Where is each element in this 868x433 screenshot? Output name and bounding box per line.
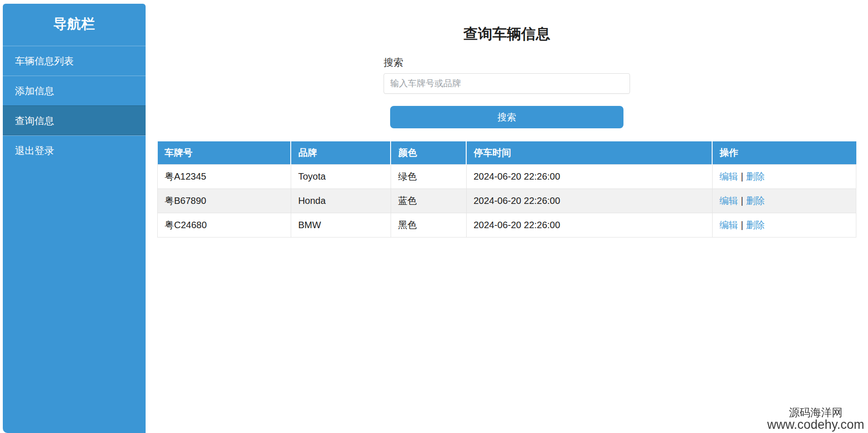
sidebar-title: 导航栏 — [3, 4, 146, 46]
sidebar-item-vehicle-list[interactable]: 车辆信息列表 — [3, 46, 146, 76]
page-title: 查询车辆信息 — [157, 24, 856, 44]
delete-link[interactable]: 删除 — [746, 196, 765, 206]
sidebar-item-query-info[interactable]: 查询信息 — [3, 105, 146, 135]
edit-link[interactable]: 编辑 — [720, 220, 738, 230]
search-form: 搜索 搜索 — [384, 56, 630, 128]
sidebar-item-logout[interactable]: 退出登录 — [3, 135, 146, 165]
table-row: 粤B67890 Honda 蓝色 2024-06-20 22:26:00 编辑|… — [158, 189, 856, 213]
cell-color: 黑色 — [391, 213, 466, 237]
vehicle-table: 车牌号 品牌 颜色 停车时间 操作 粤A12345 Toyota 绿色 2024… — [157, 141, 856, 237]
cell-brand: Toyota — [291, 165, 391, 189]
cell-color: 蓝色 — [391, 189, 466, 213]
watermark-site-name: 源码海洋网 — [767, 407, 864, 418]
edit-link[interactable]: 编辑 — [720, 196, 738, 206]
edit-link[interactable]: 编辑 — [720, 171, 738, 182]
cell-plate: 粤A12345 — [158, 165, 291, 189]
sidebar-item-add-info[interactable]: 添加信息 — [3, 76, 146, 105]
action-separator: | — [741, 196, 743, 206]
cell-time: 2024-06-20 22:26:00 — [466, 189, 712, 213]
search-button[interactable]: 搜索 — [390, 106, 623, 128]
cell-actions: 编辑|删除 — [712, 165, 856, 189]
watermark: 源码海洋网 www.codehy.com — [767, 407, 864, 431]
table-header-row: 车牌号 品牌 颜色 停车时间 操作 — [158, 141, 856, 165]
action-separator: | — [741, 220, 743, 230]
cell-time: 2024-06-20 22:26:00 — [466, 165, 712, 189]
cell-actions: 编辑|删除 — [712, 189, 856, 213]
table-row: 粤A12345 Toyota 绿色 2024-06-20 22:26:00 编辑… — [158, 165, 856, 189]
cell-brand: Honda — [291, 189, 391, 213]
column-header-time: 停车时间 — [466, 141, 712, 165]
watermark-site-url: www.codehy.com — [767, 418, 864, 431]
table-row: 粤C24680 BMW 黑色 2024-06-20 22:26:00 编辑|删除 — [158, 213, 856, 237]
cell-color: 绿色 — [391, 165, 466, 189]
delete-link[interactable]: 删除 — [746, 220, 765, 230]
action-separator: | — [741, 171, 743, 182]
column-header-actions: 操作 — [712, 141, 856, 165]
search-input[interactable] — [384, 73, 630, 94]
cell-plate: 粤B67890 — [158, 189, 291, 213]
sidebar: 导航栏 车辆信息列表 添加信息 查询信息 退出登录 — [3, 4, 146, 433]
cell-time: 2024-06-20 22:26:00 — [466, 213, 712, 237]
column-header-color: 颜色 — [391, 141, 466, 165]
delete-link[interactable]: 删除 — [746, 171, 765, 182]
search-label: 搜索 — [384, 56, 630, 69]
main-content: 查询车辆信息 搜索 搜索 车牌号 品牌 颜色 停车时间 操作 粤A12345 T… — [146, 24, 868, 237]
cell-brand: BMW — [291, 213, 391, 237]
cell-plate: 粤C24680 — [158, 213, 291, 237]
column-header-plate: 车牌号 — [158, 141, 291, 165]
column-header-brand: 品牌 — [291, 141, 391, 165]
cell-actions: 编辑|删除 — [712, 213, 856, 237]
